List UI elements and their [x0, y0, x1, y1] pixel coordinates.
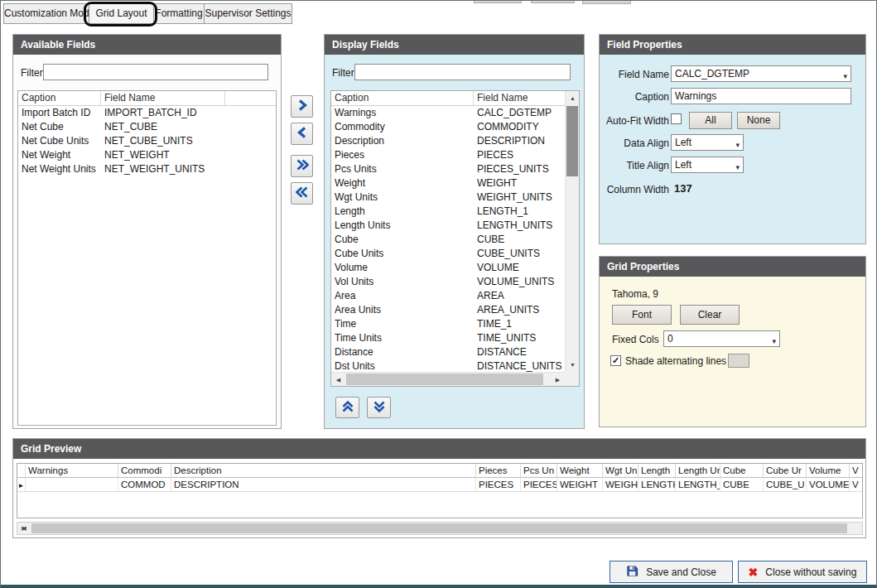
field-caption: Pcs Units: [331, 162, 474, 176]
grid-preview-column-header[interactable]: Commodi: [118, 464, 171, 478]
display-field-row[interactable]: Warnings CALC_DGTEMP: [331, 106, 565, 120]
grid-preview-column-header[interactable]: Pieces: [476, 464, 521, 478]
column-width-label: Column Width: [601, 184, 669, 195]
caption-value: Warnings: [675, 90, 716, 102]
horizontal-scrollbar[interactable]: ◀ ▶: [331, 372, 565, 386]
display-field-row[interactable]: Time TIME_1: [331, 317, 565, 331]
title-align-combobox[interactable]: Left ▾: [671, 157, 744, 173]
shade-alternating-lines-checkbox[interactable]: ✓: [610, 355, 621, 366]
display-field-row[interactable]: Vol Units VOLUME_UNITS: [331, 275, 565, 289]
horizontal-scroll-thumb[interactable]: [31, 523, 847, 533]
field-caption: Net Weight: [18, 148, 101, 162]
display-field-row[interactable]: Description DESCRIPTION: [331, 134, 565, 148]
chevron-down-icon: ▾: [735, 160, 740, 173]
grid-preview-column-header[interactable]: Weight: [557, 464, 603, 478]
tab-supervisor-settings[interactable]: Supervisor Settings: [205, 3, 292, 24]
data-align-value: Left: [675, 137, 691, 148]
display-field-row[interactable]: Time Units TIME_UNITS: [331, 331, 565, 345]
move-right-button[interactable]: [291, 95, 313, 118]
grid-preview-column-header[interactable]: Length Ur: [676, 464, 720, 478]
display-field-row[interactable]: Area AREA: [331, 289, 565, 303]
scroll-right-arrow[interactable]: ▶: [17, 523, 31, 534]
caption-input[interactable]: Warnings: [671, 88, 851, 104]
shade-alternating-lines-label: Shade alternating lines: [625, 355, 726, 367]
field-caption: Description: [331, 134, 474, 148]
tab-formatting[interactable]: Formatting: [154, 3, 205, 24]
save-and-close-label: Save and Close: [646, 566, 716, 578]
auto-fit-none-button[interactable]: None: [737, 112, 780, 129]
available-field-row[interactable]: Net Cube Units NET_CUBE_UNITS: [18, 134, 276, 148]
fixed-cols-combobox[interactable]: 0 ▾: [663, 330, 780, 347]
field-caption: Cube Units: [331, 247, 474, 261]
scroll-up-arrow[interactable]: ▲: [566, 91, 580, 105]
title-align-value: Left: [675, 159, 691, 171]
grid-preview-column-header[interactable]: Volume: [807, 464, 850, 478]
tab-grid-layout[interactable]: Grid Layout: [89, 3, 154, 24]
double-chevron-right-icon: [296, 158, 309, 174]
grid-preview-column-header[interactable]: Wgt Un: [603, 464, 638, 478]
auto-fit-width-checkbox[interactable]: [671, 113, 682, 124]
move-all-left-button[interactable]: [291, 182, 313, 205]
grid-preview-column-header[interactable]: Length: [638, 464, 676, 478]
field-name: TIME_1: [474, 317, 565, 331]
display-field-row[interactable]: Weight WEIGHT: [331, 176, 565, 190]
display-field-row[interactable]: Area Units AREA_UNITS: [331, 303, 565, 317]
move-left-button[interactable]: [291, 123, 313, 145]
grid-preview-column-header[interactable]: Cube Ur: [764, 464, 807, 478]
display-field-row[interactable]: Commodity COMMODITY: [331, 120, 565, 134]
grid-preview-column-header[interactable]: Pcs Un: [521, 464, 557, 478]
display-filter-label: Filter: [332, 67, 354, 79]
available-fields-list[interactable]: Caption Field Name Import Batch ID IMPOR…: [17, 90, 277, 426]
available-field-row[interactable]: Net Weight Units NET_WEIGHT_UNITS: [18, 162, 276, 176]
display-filter-input[interactable]: [354, 64, 571, 80]
horizontal-scroll-thumb[interactable]: [346, 374, 543, 385]
clear-font-button[interactable]: Clear: [680, 305, 740, 325]
tab-customization-mode[interactable]: Customization Mode: [3, 3, 89, 24]
grid-preview-column-header[interactable]: V: [850, 464, 863, 478]
vertical-scrollbar[interactable]: ▲ ▼: [565, 91, 579, 372]
display-field-row[interactable]: Distance DISTANCE: [331, 345, 565, 359]
save-and-close-button[interactable]: Save and Close: [610, 561, 733, 583]
available-field-row[interactable]: Net Weight NET_WEIGHT: [18, 148, 276, 162]
grid-preview-column-header[interactable]: Warnings: [26, 464, 118, 478]
grid-preview-horizontal-scrollbar[interactable]: ◀ ▶: [17, 522, 863, 535]
data-align-combobox[interactable]: Left ▾: [671, 134, 744, 151]
field-caption: Cube: [331, 233, 474, 247]
display-field-row[interactable]: Pieces PIECES: [331, 148, 565, 162]
available-field-row[interactable]: Net Cube NET_CUBE: [18, 120, 276, 134]
double-chevron-up-icon: [341, 400, 354, 416]
grid-preview-column-header[interactable]: Description: [171, 464, 476, 478]
move-field-up-button[interactable]: [335, 397, 359, 418]
move-all-right-button[interactable]: [291, 155, 313, 177]
display-field-row[interactable]: Cube Units CUBE_UNITS: [331, 247, 565, 261]
field-caption: Wgt Units: [331, 190, 474, 205]
display-field-row[interactable]: Cube CUBE: [331, 233, 565, 247]
shade-color-swatch-button[interactable]: [728, 354, 749, 368]
close-without-saving-button[interactable]: ✖ Close without saving: [738, 561, 867, 583]
display-field-row[interactable]: Length LENGTH_1: [331, 205, 565, 219]
display-field-row[interactable]: Dst Units DISTANCE_UNITS: [331, 359, 565, 372]
auto-fit-all-button[interactable]: All: [689, 112, 732, 129]
scroll-right-arrow[interactable]: ▶: [551, 373, 565, 387]
move-field-down-button[interactable]: [367, 397, 391, 418]
grid-properties-panel: Grid Properties Tahoma, 9 Font Clear Fix…: [599, 256, 866, 427]
display-field-row[interactable]: Volume VOLUME: [331, 261, 565, 275]
font-button[interactable]: Font: [612, 305, 672, 325]
display-field-row[interactable]: Length Units LENGTH_UNITS: [331, 219, 565, 233]
grid-preview-grid: Warnings Commodi Description Pieces Pcs …: [17, 463, 863, 518]
field-name: CALC_DGTEMP: [474, 106, 565, 120]
scroll-down-arrow[interactable]: ▼: [566, 358, 580, 372]
display-field-row[interactable]: Wgt Units WEIGHT_UNITS: [331, 190, 565, 205]
vertical-scroll-thumb[interactable]: [566, 106, 578, 176]
scroll-left-arrow[interactable]: ◀: [331, 373, 345, 387]
display-fields-list[interactable]: Caption Field Name Warnings CALC_DGTEMP …: [330, 90, 580, 387]
scrollbar-corner: [565, 372, 579, 386]
grid-preview-column-header[interactable]: Cube: [720, 464, 764, 478]
available-filter-input[interactable]: [43, 64, 268, 80]
available-field-row[interactable]: Import Batch ID IMPORT_BATCH_ID: [18, 106, 276, 120]
cropped-window-fragment: [582, 1, 631, 4]
display-field-row[interactable]: Pcs Units PIECES_UNITS: [331, 162, 565, 176]
cropped-window-fragment: [474, 1, 522, 3]
cropped-window-fragment: [531, 1, 575, 3]
field-name-combobox[interactable]: CALC_DGTEMP ▾: [671, 65, 851, 82]
